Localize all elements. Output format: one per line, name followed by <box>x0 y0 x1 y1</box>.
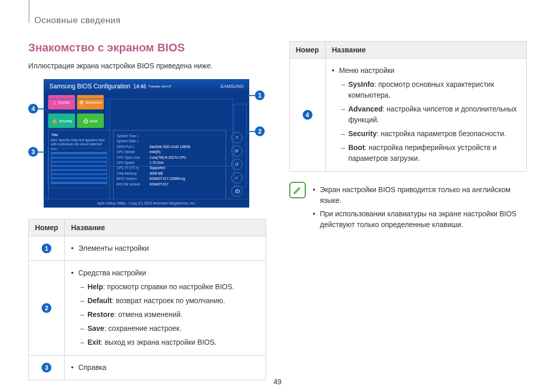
row4-text: Меню настройки SysInfo: просмотр основны… <box>332 65 520 164</box>
numcircle-4: 4 <box>303 110 312 120</box>
bios-help-striped <box>51 152 107 184</box>
section-title: Основные сведения <box>28 15 527 26</box>
sub-text: : просмотр справки по настройке BIOS. <box>103 283 234 291</box>
th-name: Название <box>65 219 266 236</box>
tile-boot-label: Boot <box>90 119 97 123</box>
numcircle-2: 2 <box>42 303 51 313</box>
callout-1: 1 <box>255 90 265 100</box>
sub-item: Restore: отмена изменений. <box>80 309 259 320</box>
row-num-cell: 3 <box>29 356 65 380</box>
default-icon[interactable]: ⟳ <box>231 145 243 157</box>
info-v: Core(TM) i5-3317U CPU <box>150 155 187 160</box>
sub-bold: Exit <box>87 338 101 346</box>
bios-day: Tuesday, April 27 <box>148 85 172 88</box>
page-heading: Знакомство с экраном BIOS <box>28 41 266 54</box>
tile-security-label: Security <box>59 119 72 123</box>
row-num-cell: 4 <box>289 59 325 172</box>
gear-icon: ⚙ <box>79 100 84 105</box>
sub-text: : отмена изменений. <box>114 310 182 319</box>
bios-time: 14:46 <box>133 84 146 89</box>
row-num-cell: 2 <box>29 261 65 356</box>
restore-icon[interactable]: ↺ <box>231 159 243 170</box>
sub-bold: Advanced <box>348 105 383 113</box>
note-item-1: Экран настройки BIOS приводится только н… <box>313 184 527 206</box>
save-icon[interactable]: ✓ <box>231 172 243 183</box>
tile-advanced[interactable]: ⚙Advanced <box>77 95 104 109</box>
info-k: System Time > <box>117 134 144 139</box>
pencil-icon <box>293 185 302 195</box>
callout-line-2 <box>248 131 255 132</box>
callout-line-4 <box>38 108 45 109</box>
numcircle-1: 1 <box>42 244 51 253</box>
note-block: Экран настройки BIOS приводится только н… <box>289 182 527 233</box>
bios-side-icons: ? ⟳ ↺ ✓ ⏻ <box>229 130 245 207</box>
row2-text: Средства настройки Help: просмотр справк… <box>71 268 259 348</box>
samsung-logo: SAMSUNG <box>220 84 244 89</box>
sub-bold: Restore <box>87 310 114 319</box>
home-icon: ⌂ <box>53 100 57 105</box>
bios-menu-row-2: 🔒Security ⏻Boot <box>44 111 249 130</box>
table-row: 2 Средства настройки Help: просмотр спра… <box>29 261 266 356</box>
info-v: 4096 MB <box>150 171 163 176</box>
info-v: E00ADT.017.120804.dg <box>150 176 185 181</box>
right-table: Номер Название 4 Меню настройки SysInfo:… <box>289 41 527 172</box>
bios-help-block: Title Item Specific Help text appears he… <box>48 130 110 207</box>
info-k: BIOS Version <box>117 176 144 181</box>
sub-text: : настройка периферийных устройств и пар… <box>348 143 497 162</box>
callout-line-3 <box>38 152 45 153</box>
row-text-cell: Элементы настройки <box>65 236 266 261</box>
note-item-2: При использовании клавиатуры на экране н… <box>313 209 527 230</box>
help-icon[interactable]: ? <box>231 132 243 143</box>
sub-bold: Save <box>87 324 104 332</box>
tile-sysinfo[interactable]: ⌂SysInfo <box>48 95 75 109</box>
tile-sysinfo-label: SysInfo <box>58 101 70 104</box>
info-k: CPU VT (VT-x) <box>117 165 144 171</box>
power-icon: ⏻ <box>83 118 88 124</box>
info-k: Total Memory <box>117 171 144 176</box>
bios-topbar: Samsung BIOS Configuration 14:46 Tuesday… <box>44 80 249 93</box>
info-k: CPU Vender <box>117 150 144 155</box>
numcircle-3: 3 <box>42 363 51 372</box>
bios-body: Title Item Specific Help text appears he… <box>44 130 249 207</box>
sub-item: Help: просмотр справки по настройке BIOS… <box>80 282 259 292</box>
table-header-row: Номер Название <box>289 42 527 59</box>
row2-title: Средства настройки <box>78 269 146 277</box>
page-number: 49 <box>273 378 282 386</box>
bios-info-list: System Time > System Date > SATA Port 1S… <box>113 130 226 207</box>
note-list: Экран настройки BIOS приводится только н… <box>313 182 527 233</box>
sub-text: : выход из экрана настройки BIOS. <box>101 338 217 346</box>
sub-item: Security: настройка параметров безопасно… <box>341 128 520 139</box>
info-k: CPU Speed <box>117 160 144 165</box>
tile-security[interactable]: 🔒Security <box>48 114 75 128</box>
sub-item: Exit: выход из экрана настройки BIOS. <box>80 337 259 348</box>
row4-title: Меню настройки <box>339 66 395 74</box>
exit-icon[interactable]: ⏻ <box>231 185 243 197</box>
content-columns: Знакомство с экраном BIOS Иллюстрация эк… <box>28 41 527 380</box>
info-k: SATA Port 1 <box>117 144 144 150</box>
table-row: 1 Элементы настройки <box>29 236 266 261</box>
bios-title: Samsung BIOS Configuration <box>49 83 130 90</box>
tile-boot[interactable]: ⏻Boot <box>77 114 104 128</box>
note-icon <box>289 182 306 198</box>
info-v: Supported <box>150 165 165 171</box>
info-v: Intel(R) <box>150 150 160 155</box>
callout-line-1 <box>248 95 255 96</box>
bios-figure: Samsung BIOS Configuration 14:46 Tuesday… <box>28 79 265 208</box>
sub-item: Default: возврат настроек по умолчанию. <box>80 295 259 306</box>
sub-bold: Default <box>87 296 112 305</box>
row-text-cell: Меню настройки SysInfo: просмотр основны… <box>325 59 526 172</box>
intro-text: Иллюстрация экрана настройки BIOS привед… <box>28 62 266 70</box>
header-border <box>28 0 30 23</box>
lock-icon: 🔒 <box>51 118 58 124</box>
info-v: SanDisk SSD U100 128GB <box>150 144 190 150</box>
th-number: Номер <box>289 42 325 59</box>
bios-help-body: Item Specific Help text appears here wit… <box>51 138 107 151</box>
callout-4: 4 <box>28 104 38 114</box>
left-column: Знакомство с экраном BIOS Иллюстрация эк… <box>28 41 266 380</box>
callout-2: 2 <box>255 126 265 136</box>
sub-item: Save: сохранение настроек. <box>80 323 259 334</box>
info-v: 1.70 GHz <box>150 160 163 165</box>
callout-3: 3 <box>28 147 38 157</box>
right-column: Номер Название 4 Меню настройки SysInfo:… <box>289 41 527 380</box>
row1-text: Элементы настройки <box>71 243 259 254</box>
